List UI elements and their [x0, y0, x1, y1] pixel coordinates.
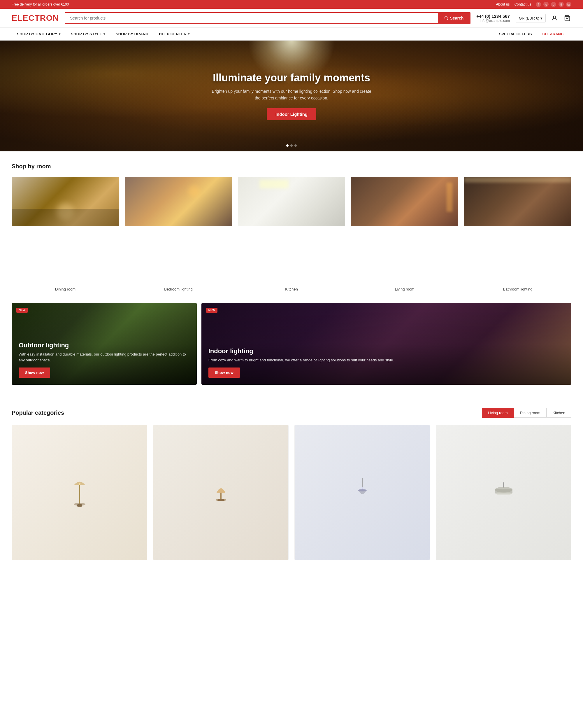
shop-by-room-section: Shop by room Dining room Bedroom lightin…: [0, 151, 583, 303]
contact-us-link[interactable]: Contact us: [515, 2, 531, 6]
shop-by-room-title: Shop by room: [12, 163, 571, 170]
living-room-image: [351, 177, 458, 226]
table-lamp-icon: [209, 478, 232, 507]
light-strip: [259, 180, 288, 188]
tiktok-icon[interactable]: tt: [558, 2, 564, 7]
kitchen-image: [238, 177, 345, 226]
nav-right: SPECIAL OFFERS CLEARANCE: [494, 28, 571, 40]
about-us-link[interactable]: About us: [496, 2, 509, 6]
nav-clearance[interactable]: CLEARANCE: [537, 28, 571, 40]
hero-subtitle: Brighten up your family moments with our…: [210, 88, 373, 101]
account-icon[interactable]: [550, 14, 558, 22]
room-card-bathroom[interactable]: Bathroom lighting: [464, 177, 571, 291]
hero-dot-1[interactable]: [286, 145, 288, 147]
indoor-banner-content: Indoor lighting From cozy and warm to br…: [209, 347, 564, 378]
twitter-icon[interactable]: tw: [566, 2, 571, 7]
room-grid: Dining room Bedroom lighting Kitchen: [12, 177, 571, 291]
email-address: info@example.com: [476, 19, 510, 23]
outdoor-banner-title: Outdoor lighting: [19, 341, 190, 349]
product-card-2[interactable]: [153, 425, 288, 560]
tab-kitchen[interactable]: Kitchen: [547, 408, 571, 418]
currency-label: GR (EUR €): [519, 16, 539, 20]
room-label-dining: Dining room: [12, 287, 119, 291]
bedroom-image: [125, 177, 232, 226]
hero-content: Illuminate your family moments Brighten …: [204, 72, 379, 120]
header: ELECTRON Search +44 (0) 1234 567 info@ex…: [0, 9, 583, 28]
search-button[interactable]: Search: [438, 13, 470, 23]
outdoor-show-now-button[interactable]: Show now: [19, 367, 50, 378]
top-bar: Free delivery for all orders over €100 A…: [0, 0, 583, 9]
indoor-show-now-button[interactable]: Show now: [209, 367, 240, 378]
product-card-3[interactable]: [295, 425, 430, 560]
chevron-down-icon: ▾: [59, 32, 60, 35]
room-card-bedroom[interactable]: Bedroom lighting: [125, 177, 232, 291]
product-image-4: [436, 425, 571, 560]
ceiling-light: [464, 177, 571, 183]
outdoor-banner[interactable]: NEW Outdoor lighting With easy installat…: [12, 303, 197, 385]
search-input[interactable]: [65, 13, 438, 23]
search-icon: [444, 16, 448, 20]
room-img-bathroom: [464, 177, 571, 284]
instagram-icon[interactable]: ig: [543, 2, 549, 7]
currency-chevron: ▾: [540, 16, 543, 20]
product-image-2: [153, 425, 288, 560]
outdoor-banner-tag: NEW: [16, 308, 28, 313]
logo[interactable]: ELECTRON: [12, 14, 59, 23]
image-shadow: [12, 209, 119, 226]
delivery-text: Free delivery for all orders over €100: [12, 2, 69, 6]
tab-dining-room[interactable]: Dining room: [514, 408, 547, 418]
nav-shop-by-category[interactable]: SHOP BY CATEGORY ▾: [12, 28, 65, 40]
bathroom-image: [464, 177, 571, 226]
phone-number: +44 (0) 1234 567: [476, 14, 510, 19]
product-card-1[interactable]: [12, 425, 147, 560]
facebook-icon[interactable]: f: [536, 2, 541, 7]
product-image-1: [12, 425, 147, 560]
room-label-bedroom: Bedroom lighting: [125, 287, 232, 291]
nav-help-center[interactable]: HELP CENTER ▾: [154, 28, 195, 40]
product-grid: [12, 425, 571, 560]
room-img-bedroom: [125, 177, 232, 284]
hero-title: Illuminate your family moments: [210, 72, 373, 84]
room-card-dining[interactable]: Dining room: [12, 177, 119, 291]
nav-special-offers[interactable]: SPECIAL OFFERS: [494, 28, 537, 40]
indoor-banner-tag: NEW: [206, 308, 218, 313]
svg-point-2: [553, 16, 555, 18]
hero-dots: [286, 145, 297, 147]
svg-point-17: [496, 492, 512, 495]
pinterest-icon[interactable]: p: [551, 2, 556, 7]
room-img-dining: [12, 177, 119, 284]
hero-dot-2[interactable]: [290, 145, 293, 147]
hero-dot-3[interactable]: [295, 145, 297, 147]
header-right: GR (EUR €) ▾: [516, 14, 571, 23]
pendant-light-icon: [351, 475, 374, 510]
lamp-light: [447, 183, 452, 212]
svg-line-1: [447, 19, 448, 20]
product-card-4[interactable]: [436, 425, 571, 560]
top-bar-right: About us Contact us f ig p tt tw: [496, 2, 571, 7]
cart-icon[interactable]: [563, 14, 571, 22]
svg-point-7: [79, 483, 80, 485]
room-card-living[interactable]: Living room: [351, 177, 458, 291]
room-label-kitchen: Kitchen: [238, 287, 345, 291]
product-image-3: [295, 425, 430, 560]
nav-shop-by-style[interactable]: SHOP BY STYLE ▾: [65, 28, 110, 40]
category-tabs: Living room Dining room Kitchen: [482, 408, 571, 418]
room-card-kitchen[interactable]: Kitchen: [238, 177, 345, 291]
search-bar: Search: [65, 12, 470, 24]
hero-cta-button[interactable]: Indoor Lighting: [267, 108, 316, 120]
room-label-bathroom: Bathroom lighting: [464, 287, 571, 291]
svg-rect-6: [77, 504, 82, 506]
social-icons: f ig p tt tw: [536, 2, 571, 7]
chevron-down-icon: ▾: [188, 32, 190, 35]
currency-selector[interactable]: GR (EUR €) ▾: [516, 14, 546, 23]
main-nav: SHOP BY CATEGORY ▾ SHOP BY STYLE ▾ SHOP …: [0, 28, 583, 41]
popular-categories-section: Popular categories Living room Dining ro…: [0, 396, 583, 566]
indoor-banner-desc: From cozy and warm to bright and functio…: [209, 357, 564, 363]
room-label-living: Living room: [351, 287, 458, 291]
room-img-living: [351, 177, 458, 284]
nav-shop-by-brand[interactable]: SHOP BY BRAND: [110, 28, 154, 40]
tab-living-room[interactable]: Living room: [482, 408, 513, 418]
indoor-banner[interactable]: NEW Indoor lighting From cozy and warm t…: [201, 303, 571, 385]
svg-point-12: [358, 489, 367, 491]
hero-banner: Illuminate your family moments Brighten …: [0, 41, 583, 151]
